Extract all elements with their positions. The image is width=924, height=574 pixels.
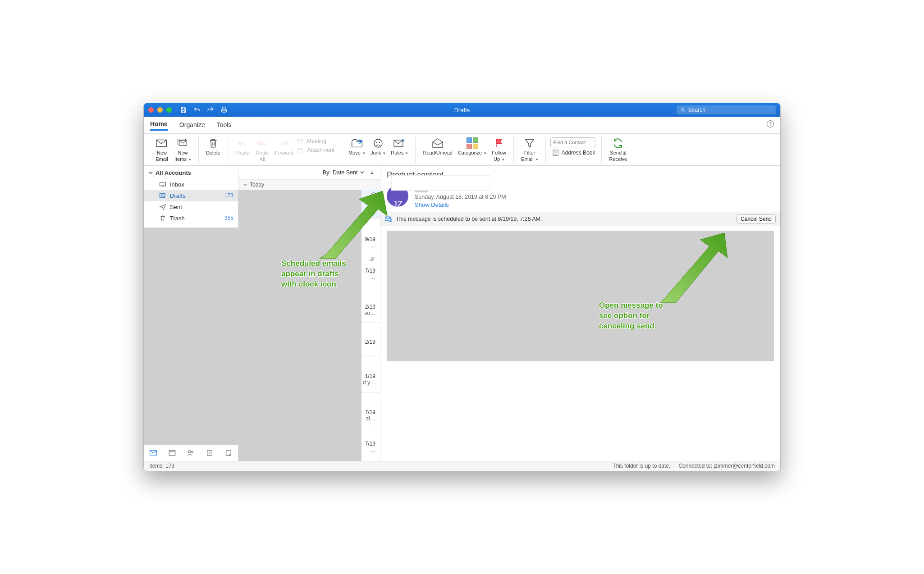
address-book-button[interactable]: Address Book [550, 149, 597, 156]
svg-rect-4 [298, 139, 303, 143]
attachment-button: Attachment [296, 146, 336, 154]
save-icon[interactable] [180, 106, 187, 114]
close-window-button[interactable] [148, 107, 154, 113]
reply-all-button: Reply All [252, 137, 272, 164]
attachment-icon [297, 147, 305, 153]
tab-tools[interactable]: Tools [217, 121, 232, 130]
message-group-header[interactable]: Today [238, 179, 380, 190]
categorize-icon [466, 137, 479, 149]
sender-name-redacted [391, 175, 490, 191]
junk-icon [371, 137, 385, 149]
reading-body [380, 226, 780, 461]
print-icon[interactable] [220, 106, 228, 114]
undo-icon[interactable] [193, 106, 201, 114]
sidebar-account-header[interactable]: All Accounts [144, 166, 238, 179]
reply-all-icon [256, 137, 269, 149]
notes-nav-icon[interactable] [224, 449, 233, 457]
chevron-down-icon [360, 170, 365, 175]
chevron-down-icon [148, 170, 153, 175]
sidebar-occluded-region [144, 228, 238, 445]
svg-rect-5 [298, 148, 303, 152]
categorize-button[interactable]: Categorize ▾ [455, 137, 489, 157]
svg-point-6 [374, 139, 382, 147]
sidebar-item-sent[interactable]: Sent [144, 201, 238, 213]
forward-button: Forward [272, 137, 296, 157]
sent-icon [159, 204, 166, 210]
filter-email-button[interactable]: Filter Email ▾ [518, 137, 541, 164]
app-window: Drafts Home Organize Tools ? New Email N… [143, 103, 781, 471]
attachment-icon [370, 257, 375, 263]
message-list-sort[interactable]: By: Date Sent [238, 166, 380, 179]
message-list[interactable]: PM ny… 9/19 … 7/19 … 2/19 so… 2/19 [238, 190, 380, 461]
svg-point-8 [379, 142, 380, 143]
svg-point-16 [192, 451, 193, 453]
sync-icon [611, 137, 625, 149]
find-contact-input[interactable] [550, 137, 595, 147]
redo-icon[interactable] [207, 106, 214, 114]
minimize-window-button[interactable] [157, 107, 163, 113]
reading-pane: Product content JZ Sunday, August 18, 20… [380, 166, 780, 461]
chevron-down-icon [243, 182, 247, 187]
trash-icon [206, 137, 220, 149]
rules-icon [393, 137, 406, 149]
trash-small-icon [159, 215, 166, 221]
window-title: Drafts [454, 107, 470, 114]
message-list-occluded-region [238, 190, 361, 461]
folder-sidebar: All Accounts Inbox Drafts 173 Sent Trash… [144, 166, 238, 461]
meeting-icon [297, 138, 305, 144]
follow-up-button[interactable]: Follow Up ▾ [489, 137, 509, 164]
tab-organize[interactable]: Organize [179, 121, 205, 130]
new-items-button[interactable]: New Items ▾ [172, 137, 194, 164]
svg-point-11 [555, 151, 557, 153]
svg-point-15 [189, 451, 191, 453]
rules-button[interactable]: Rules ▾ [388, 137, 411, 157]
junk-button[interactable]: Junk ▾ [368, 137, 388, 157]
sidebar-item-drafts[interactable]: Drafts 173 [144, 190, 238, 201]
ribbon-tabs: Home Organize Tools ? [144, 117, 780, 134]
tab-home[interactable]: Home [150, 120, 168, 131]
tasks-nav-icon[interactable] [206, 449, 214, 457]
scheduled-mail-icon [385, 216, 392, 222]
svg-rect-14 [169, 451, 175, 456]
svg-rect-18 [226, 451, 231, 456]
message-date: Sunday, August 18, 2019 at 6:29 PM [415, 194, 506, 200]
ribbon: New Email New Items ▾ Delete Reply Reply… [144, 134, 780, 166]
reply-button: Reply [233, 137, 252, 157]
address-book-icon [552, 150, 559, 156]
filter-icon [523, 137, 536, 149]
move-button[interactable]: Move ▾ [346, 137, 368, 157]
send-receive-button[interactable]: Send & Receive [606, 137, 630, 164]
new-email-button[interactable]: New Email [152, 137, 172, 164]
calendar-nav-icon[interactable] [168, 449, 176, 457]
delete-button[interactable]: Delete [203, 137, 223, 157]
reply-icon [236, 137, 249, 149]
search-input[interactable] [688, 107, 772, 113]
cancel-send-button[interactable]: Cancel Send [736, 214, 776, 223]
quick-access-toolbar [180, 106, 228, 114]
nav-switcher [144, 445, 238, 461]
content-area: All Accounts Inbox Drafts 173 Sent Trash… [144, 166, 780, 461]
flag-icon [492, 137, 506, 149]
envelope-icon [155, 137, 169, 149]
status-folder: This folder is up to date. [613, 463, 670, 469]
show-details-link[interactable]: Show Details [415, 201, 506, 208]
window-controls [148, 107, 172, 113]
sidebar-item-trash[interactable]: Trash 355 [144, 213, 238, 224]
svg-point-7 [376, 142, 377, 143]
sort-direction-icon[interactable] [370, 170, 375, 175]
message-list-pane: By: Date Sent Today PM ny… 9/19 … [238, 166, 380, 461]
maximize-window-button[interactable] [166, 107, 172, 113]
mail-nav-icon[interactable] [149, 449, 157, 457]
global-search[interactable] [677, 105, 776, 114]
people-nav-icon[interactable] [187, 449, 195, 457]
statusbar: Items: 173 This folder is up to date. Co… [144, 461, 780, 471]
drafts-icon [159, 192, 166, 199]
read-unread-icon [431, 137, 444, 149]
status-items: Items: 173 [149, 463, 174, 469]
titlebar: Drafts [144, 103, 780, 117]
status-connected: Connected to: jzimmer@centerfield.com [678, 463, 775, 469]
forward-icon [277, 137, 291, 149]
sidebar-item-inbox[interactable]: Inbox [144, 179, 238, 190]
help-icon[interactable]: ? [767, 120, 774, 128]
read-unread-button[interactable]: Read/Unread [420, 137, 455, 157]
